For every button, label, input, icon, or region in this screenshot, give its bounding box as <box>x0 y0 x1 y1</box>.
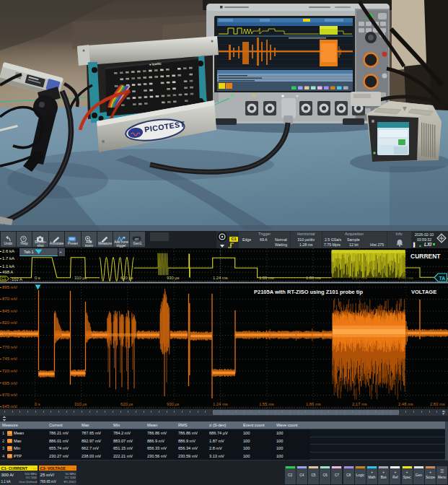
svg-text:C1: C1 <box>1 276 6 281</box>
svg-text:TA: TA <box>439 276 446 281</box>
